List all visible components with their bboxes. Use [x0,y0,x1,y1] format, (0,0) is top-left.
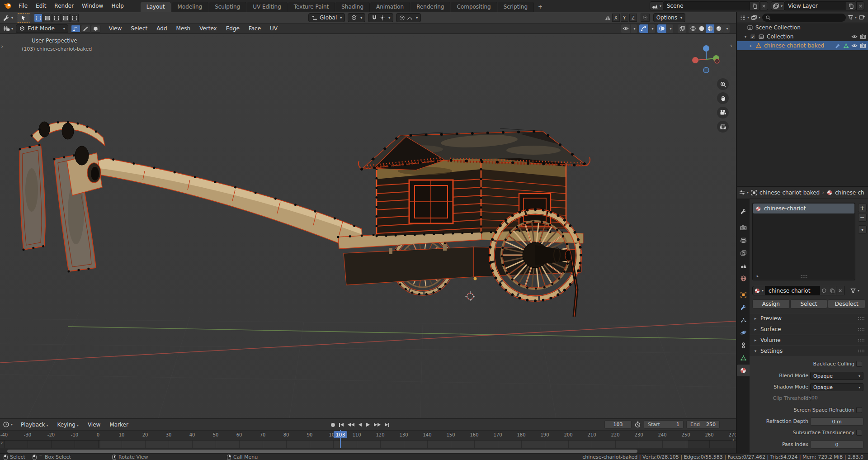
blender-logo-icon[interactable] [4,1,12,11]
edge-select-button[interactable] [81,25,90,33]
disable-render-camera-icon[interactable] [860,33,866,40]
overlays-chevron[interactable]: ▾ [667,24,673,33]
select-button[interactable]: Select [790,299,828,308]
record-button[interactable] [331,423,335,427]
timeline-ruler[interactable]: -40-30-20-100102030405060708090100110120… [0,430,736,440]
tab-render[interactable] [737,222,750,233]
playhead-frame-badge[interactable]: 103 [334,431,347,438]
select-mode-extend[interactable] [43,14,52,22]
gizmos-chevron[interactable]: ▾ [649,24,655,33]
tab-animation[interactable]: Animation [370,2,410,12]
modifier-wrench-icon[interactable] [835,43,841,49]
options-dropdown[interactable]: Options▾ [653,13,685,22]
tab-material[interactable] [737,365,750,376]
tab-particles[interactable] [737,314,750,326]
screen-space-refraction-checkbox[interactable] [856,407,862,413]
orthographic-grid-icon[interactable] [717,121,729,133]
viewport-menu-select[interactable]: Select [126,25,152,32]
mirror-y-toggle[interactable]: Y [621,14,628,22]
assign-button[interactable]: Assign [752,299,790,308]
tab-modeling[interactable]: Modeling [172,2,209,12]
breadcrumb-object[interactable]: chinese-chariot-baked [760,190,820,196]
mirror-x-toggle[interactable]: X [612,14,620,22]
viewport-menu-uv[interactable]: UV [265,25,282,32]
tab-output[interactable] [737,234,750,246]
sidebar-expand-arrow[interactable]: ‹ [730,42,732,49]
add-workspace-button[interactable]: + [534,2,546,12]
editor-splitter[interactable] [736,12,737,453]
timeline-scrollbar-thumb[interactable] [7,450,637,453]
mode-dropdown[interactable]: Edit Mode▾ [16,24,68,33]
hide-eye-icon[interactable] [851,33,858,40]
timeline-menu-view[interactable]: View [83,422,105,428]
clip-threshold-slider[interactable]: 0.500 [810,394,811,401]
snap-grid-toggle[interactable] [641,14,650,22]
tab-texture-paint[interactable]: Texture Paint [288,2,335,12]
xray-toggle[interactable] [678,24,686,33]
menu-window[interactable]: Window [78,3,107,9]
end-frame-field[interactable]: End250 [686,420,720,429]
timeline-editor-type-button[interactable]: ▾ [3,421,13,428]
material-specials-dropdown[interactable]: ▾ [858,225,867,234]
timeline-menu-marker[interactable]: Marker [105,422,132,428]
panel-surface[interactable]: ▸Surface [750,324,868,334]
properties-editor-type-button[interactable]: ▾ [739,189,749,196]
add-material-slot-button[interactable]: + [858,204,867,212]
menu-render[interactable]: Render [50,3,78,9]
tab-object[interactable] [737,289,750,300]
backface-culling-checkbox[interactable] [856,361,862,367]
tab-shading[interactable]: Shading [335,2,370,12]
outliner-row-chinese-chariot-baked[interactable]: ▸ chinese-chariot-baked [737,41,868,50]
outliner-search-input[interactable] [762,14,846,22]
scene-name-field[interactable]: Scene [663,1,760,10]
material-slot-row[interactable]: chinese-chariot [753,204,854,213]
material-name-input[interactable]: chinese-chariot [765,286,820,295]
select-mode-invert[interactable] [61,14,70,22]
toolbar-expand-arrow[interactable]: › [1,43,3,50]
viewport-menu-face[interactable]: Face [244,25,265,32]
tab-tool[interactable] [737,205,750,217]
outliner-row-scene-collection[interactable]: Scene Collection [737,23,868,32]
menu-help[interactable]: Help [107,3,127,9]
next-keyframe-button[interactable] [374,423,381,427]
collapse-icon[interactable]: ▾ [743,34,748,39]
tab-view-layer[interactable] [737,247,750,259]
tab-rendering[interactable]: Rendering [410,2,450,12]
viewport-menu-mesh[interactable]: Mesh [172,25,195,32]
panel-preview[interactable]: ▸Preview [750,313,868,323]
select-mode-new[interactable] [34,14,42,22]
unlink-scene-button[interactable] [760,1,768,10]
select-mode-subtract[interactable] [52,14,61,22]
unlink-material-icon[interactable] [836,286,844,295]
object-visibility-chevron[interactable]: ▾ [631,24,637,33]
overlays-toggle[interactable] [657,24,666,33]
new-view-layer-button[interactable] [846,1,856,10]
jump-to-end-button[interactable] [385,423,389,427]
camera-view-icon[interactable] [717,107,729,119]
tab-object-data[interactable] [737,352,750,364]
gizmos-toggle[interactable] [639,24,648,33]
breadcrumb-material[interactable]: chinese-ch [835,190,864,196]
pass-index-field[interactable]: 0 [810,441,863,449]
play-reverse-button[interactable] [359,423,362,427]
shading-solid-button[interactable] [697,24,706,33]
shading-material-preview-button[interactable] [706,24,714,33]
scene-browse-button[interactable]: ▾ [650,1,663,10]
hide-eye-icon[interactable] [851,43,858,49]
select-mode-intersect[interactable] [70,14,79,22]
tab-constraints[interactable] [737,339,750,351]
vertex-select-button[interactable] [71,25,80,33]
shadow-mode-dropdown[interactable]: Opaque▾ [810,383,863,391]
pan-hand-icon[interactable] [717,92,729,104]
proportional-editing-dropdown[interactable]: ▾ [396,13,421,22]
new-material-copy-icon[interactable] [828,286,836,295]
active-tool-select-box[interactable] [17,13,30,23]
fake-user-shield-icon[interactable] [820,286,828,295]
browse-material-button[interactable]: ▾ [752,286,765,295]
outliner-filter-dropdown[interactable]: ▾ [740,14,749,21]
menu-edit[interactable]: Edit [32,3,50,9]
jump-to-start-button[interactable] [339,423,344,427]
tab-physics[interactable] [737,327,750,338]
remove-view-layer-button[interactable] [856,1,864,10]
deselect-button[interactable]: Deselect [828,299,865,308]
